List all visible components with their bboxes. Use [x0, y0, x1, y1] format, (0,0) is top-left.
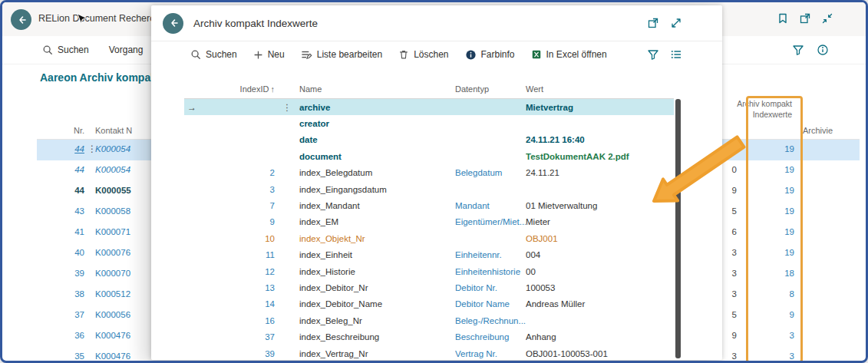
edit-list-action[interactable]: Liste bearbeiten	[301, 49, 382, 61]
cell-indexid[interactable]: 2	[200, 168, 275, 177]
table-row[interactable]: 16 index_Beleg_Nr Beleg-/Rechnun...	[184, 312, 674, 328]
cell-nr[interactable]: 39	[37, 269, 84, 278]
cell-nr[interactable]: 44	[37, 186, 84, 195]
cell-name[interactable]: index_Eingangsdatum	[299, 185, 455, 194]
cell-nr[interactable]: 35	[37, 351, 84, 361]
cell-indexid[interactable]: 3	[200, 185, 275, 194]
cell-datentyp[interactable]: Vertrag Nr.	[455, 349, 526, 358]
cell-datentyp[interactable]: Eigentümer/Miet...	[455, 217, 526, 226]
table-row[interactable]: 2 index_Belegdatum Belegdatum 24.11.21	[184, 165, 674, 181]
table-row[interactable]: 12 index_Historie Einheitenhistorie 00	[184, 263, 674, 279]
table-row[interactable]: 11 index_Einheit Einheitennr. 004	[184, 247, 674, 263]
column-header-archiviert[interactable]: Archivie	[803, 126, 833, 135]
cell-indexid[interactable]: 14	[200, 299, 275, 309]
cell-nr[interactable]: 38	[37, 289, 84, 299]
column-header-archiv-kompakt-indexwerte[interactable]: Archiv kompakt Indexwerte	[737, 98, 792, 120]
cell-indexid[interactable]: 37	[200, 332, 275, 342]
open-in-excel-action[interactable]: In Excel öffnen	[531, 49, 607, 60]
cell-wert[interactable]: OBJ001	[526, 234, 674, 243]
cell-datentyp[interactable]: Beschreibung	[455, 332, 526, 342]
cell-indexid[interactable]: 9	[200, 217, 275, 226]
new-action[interactable]: Neu	[253, 49, 285, 60]
table-row[interactable]: 3 index_Eingangsdatum	[184, 181, 674, 197]
cell-datentyp[interactable]: Mandant	[455, 201, 526, 210]
column-header-nr[interactable]: Nr.	[37, 126, 84, 135]
back-button[interactable]	[11, 9, 31, 30]
cell-wert[interactable]: 01 Mietverwaltung	[526, 201, 674, 210]
filter-icon[interactable]	[647, 48, 659, 61]
color-info-action[interactable]: Farbinfo	[465, 49, 515, 61]
cell-nr[interactable]: 36	[37, 331, 84, 340]
cell-name[interactable]: date	[299, 135, 455, 144]
cell-indexid[interactable]: 12	[200, 267, 275, 276]
cell-datentyp[interactable]: Belegdatum	[455, 168, 526, 177]
cell-name[interactable]: archive	[299, 103, 455, 112]
cell-name[interactable]: index_Beleg_Nr	[299, 316, 455, 325]
dialog-back-button[interactable]	[163, 13, 183, 34]
cell-indexid[interactable]: 39	[200, 349, 275, 358]
search-action[interactable]: Suchen	[190, 49, 237, 60]
cell-wert[interactable]: 00	[526, 267, 674, 276]
cell-name[interactable]: index_Historie	[299, 267, 455, 276]
cell-archiv-kompakt-indexwerte[interactable]: 9	[728, 310, 794, 319]
cell-name[interactable]: index_Debitor_Name	[299, 299, 455, 309]
cell-archiv-kompakt-indexwerte[interactable]: 19	[728, 206, 794, 216]
cell-datentyp[interactable]: Debitor Name	[455, 299, 526, 309]
cell-name[interactable]: index_Belegdatum	[299, 168, 455, 177]
open-in-new-window-icon[interactable]	[799, 12, 811, 25]
open-in-new-window-icon[interactable]	[647, 17, 659, 29]
cell-archiv-kompakt-indexwerte[interactable]: 8	[728, 289, 794, 299]
cell-wert[interactable]: 24.11.21 16:40	[526, 135, 674, 144]
column-header-indexid[interactable]: IndexID↑	[184, 84, 275, 94]
cell-archiv-kompakt-indexwerte[interactable]: 19	[728, 186, 794, 195]
cell-name[interactable]: creator	[299, 119, 455, 128]
column-header-name[interactable]: Name	[299, 84, 455, 94]
cell-nr[interactable]: 41	[37, 227, 84, 236]
cell-nr[interactable]: 44	[37, 165, 84, 174]
cell-nr[interactable]: 37	[37, 310, 84, 319]
table-row[interactable]: 7 index_Mandant Mandant 01 Mietverwaltun…	[184, 197, 674, 213]
cell-name[interactable]: index_EM	[299, 217, 455, 226]
table-row[interactable]: 14 index_Debitor_Name Debitor Name Andre…	[184, 296, 674, 312]
cell-wert[interactable]: 004	[526, 250, 674, 259]
cell-archiv-kompakt-indexwerte[interactable]: 19	[728, 248, 794, 257]
cell-nr[interactable]: 44	[37, 144, 84, 153]
table-row[interactable]: document TestDokumentAAK 2.pdf	[184, 148, 674, 164]
table-row[interactable]: 13 index_Debitor_Nr Debitor Nr. 100053	[184, 279, 674, 295]
cell-archiv-kompakt-indexwerte[interactable]: 19	[728, 165, 794, 174]
cell-name[interactable]: index_Mandant	[299, 201, 455, 210]
table-row[interactable]: 37 index_Beschreibung Beschreibung Anhan…	[184, 328, 674, 345]
cell-wert[interactable]: TestDokumentAAK 2.pdf	[526, 152, 674, 161]
cell-datentyp[interactable]: Debitor Nr.	[455, 283, 526, 292]
cell-name[interactable]: index_Einheit	[299, 250, 455, 259]
cell-archiv-kompakt-indexwerte[interactable]: 19	[728, 227, 794, 236]
column-header-datentyp[interactable]: Datentyp	[455, 84, 526, 94]
filter-icon[interactable]	[792, 44, 804, 56]
cell-wert[interactable]: OBJ001-100053-001	[526, 349, 674, 358]
table-row[interactable]: 10 index_Objekt_Nr OBJ001	[184, 230, 674, 246]
cell-archiv-kompakt-indexwerte[interactable]: 18	[728, 269, 794, 278]
cell-datentyp[interactable]: Einheitenhistorie	[455, 267, 526, 276]
cell-nr[interactable]: 40	[37, 248, 84, 257]
table-row[interactable]: creator	[184, 115, 674, 131]
cell-archiv-kompakt-indexwerte[interactable]: 3	[728, 331, 794, 340]
column-header-wert[interactable]: Wert	[526, 84, 674, 94]
cell-name[interactable]: index_Debitor_Nr	[299, 283, 455, 292]
cell-name[interactable]: index_Vertrag_Nr	[299, 349, 455, 358]
delete-action[interactable]: Löschen	[398, 49, 448, 60]
cell-name[interactable]: index_Beschreibung	[299, 332, 455, 342]
cell-indexid[interactable]: 10	[200, 234, 275, 243]
bookmark-icon[interactable]	[777, 12, 789, 25]
cell-datentyp[interactable]: Beleg-/Rechnun...	[455, 316, 526, 325]
vertical-scrollbar[interactable]	[675, 99, 681, 358]
table-row[interactable]: date 24.11.21 16:40	[184, 132, 674, 148]
cell-indexid[interactable]: 16	[200, 316, 275, 325]
column-header-kontakt[interactable]: Kontakt N	[95, 126, 132, 135]
cell-wert[interactable]: Mieter	[526, 217, 674, 226]
cell-archiv-kompakt-indexwerte[interactable]: 3	[728, 351, 794, 361]
cell-name[interactable]: document	[299, 152, 455, 161]
choose-columns-icon[interactable]	[670, 48, 682, 61]
search-action[interactable]: Suchen	[42, 45, 89, 55]
cell-name[interactable]: index_Objekt_Nr	[299, 234, 455, 243]
cell-nr[interactable]: 43	[37, 206, 84, 216]
